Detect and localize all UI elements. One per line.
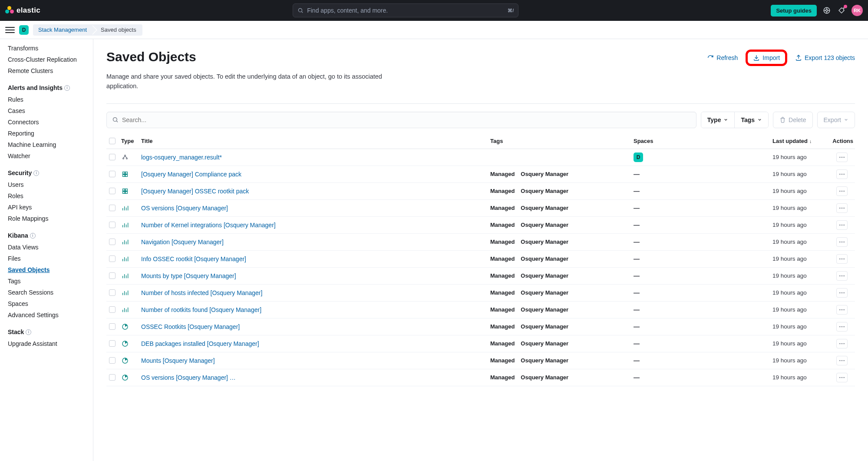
object-title-link[interactable]: OSSEC Rootkits [Osquery Manager] [141, 323, 490, 330]
select-all-checkbox[interactable] [109, 138, 116, 144]
row-actions-button[interactable] [836, 271, 848, 281]
sidebar-item[interactable]: Watcher [0, 150, 93, 162]
row-actions-button[interactable] [836, 356, 848, 365]
row-actions-button[interactable] [836, 153, 848, 162]
tag-managed: Managed [490, 272, 515, 279]
import-button[interactable]: Import [746, 50, 787, 66]
sidebar-item[interactable]: Data Views [0, 242, 93, 253]
type-icon [121, 289, 129, 297]
object-title-link[interactable]: [Osquery Manager] Compliance pack [141, 171, 490, 178]
space-badge[interactable]: D [634, 153, 643, 162]
object-title-link[interactable]: [Osquery Manager] OSSEC rootkit pack [141, 188, 490, 195]
row-checkbox[interactable] [109, 272, 116, 279]
brand-logo[interactable]: elastic [5, 6, 40, 15]
row-actions-button[interactable] [836, 339, 848, 348]
sidebar-item[interactable]: Search Sessions [0, 287, 93, 298]
row-checkbox[interactable] [109, 171, 116, 177]
info-icon: i [33, 170, 39, 176]
row-checkbox[interactable] [109, 188, 116, 194]
row-actions-button[interactable] [836, 237, 848, 247]
object-title-link[interactable]: Number of rootkits found [Osquery Manage… [141, 306, 490, 313]
user-avatar[interactable]: RK [851, 5, 863, 16]
sidebar-item[interactable]: Users [0, 179, 93, 190]
row-actions-button[interactable] [836, 220, 848, 230]
sidebar-item[interactable]: Cross-Cluster Replication [0, 54, 93, 65]
last-updated: 19 hours ago [772, 205, 829, 211]
filter-tags[interactable]: Tags [734, 112, 768, 128]
objects-search[interactable] [106, 112, 696, 128]
delete-button[interactable]: Delete [773, 112, 812, 128]
object-title-link[interactable]: DEB packages installed [Osquery Manager] [141, 340, 490, 347]
row-actions-button[interactable] [836, 203, 848, 213]
object-title-link[interactable]: Number of hosts infected [Osquery Manage… [141, 289, 490, 296]
row-checkbox[interactable] [109, 323, 116, 330]
row-checkbox[interactable] [109, 255, 116, 262]
setup-guides-button[interactable]: Setup guides [771, 5, 817, 17]
export-all-label: Export 123 objects [805, 54, 855, 61]
sidebar-item[interactable]: Saved Objects [0, 264, 93, 275]
space-dash: — [634, 205, 640, 212]
type-icon [121, 357, 129, 365]
newsfeed-icon[interactable] [837, 6, 846, 15]
row-actions-button[interactable] [836, 373, 848, 382]
nav-toggle-icon[interactable] [5, 25, 15, 35]
filter-type[interactable]: Type [701, 112, 735, 128]
svg-point-96 [844, 377, 845, 378]
row-actions-button[interactable] [836, 254, 848, 264]
object-title-link[interactable]: OS versions [Osquery Manager] [141, 205, 490, 212]
breadcrumb-stack-management[interactable]: Stack Management [33, 24, 93, 36]
row-actions-button[interactable] [836, 288, 848, 298]
objects-search-input[interactable] [122, 116, 691, 123]
sidebar-item[interactable]: Reporting [0, 128, 93, 139]
sidebar-item[interactable]: Transforms [0, 43, 93, 54]
row-checkbox[interactable] [109, 205, 116, 211]
logo-icon [5, 6, 14, 15]
row-checkbox[interactable] [109, 289, 116, 296]
object-title-link[interactable]: Info OSSEC rootkit [Osquery Manager] [141, 255, 490, 262]
sidebar-item[interactable]: Advanced Settings [0, 309, 93, 321]
sidebar-item[interactable]: Files [0, 253, 93, 264]
sidebar-item[interactable]: Roles [0, 190, 93, 202]
row-checkbox[interactable] [109, 357, 116, 364]
row-checkbox[interactable] [109, 374, 116, 381]
table-row: Number of hosts infected [Osquery Manage… [106, 285, 855, 302]
sidebar-item[interactable]: Role Mappings [0, 213, 93, 224]
sidebar-item[interactable]: API keys [0, 202, 93, 213]
notification-dot [844, 5, 847, 8]
sidebar-item[interactable]: Tags [0, 275, 93, 287]
row-actions-button[interactable] [836, 322, 848, 332]
search-icon [112, 116, 119, 123]
object-title-link[interactable]: Mounts [Osquery Manager] [141, 357, 490, 364]
sidebar-item[interactable]: Remote Clusters [0, 65, 93, 76]
last-updated: 19 hours ago [772, 289, 829, 296]
sort-desc-icon: ↓ [809, 139, 812, 144]
global-search[interactable]: Find apps, content, and more. ⌘/ [293, 3, 518, 17]
space-selector[interactable]: D [19, 25, 29, 35]
object-title-link[interactable]: Number of Kernel integrations [Osquery M… [141, 222, 490, 229]
sidebar-item[interactable]: Upgrade Assistant [0, 338, 93, 349]
object-title-link[interactable]: Mounts by type [Osquery Manager] [141, 272, 490, 279]
row-checkbox[interactable] [109, 222, 116, 228]
col-last-updated[interactable]: Last updated↓ [772, 138, 829, 144]
sidebar-item[interactable]: Machine Learning [0, 139, 93, 150]
row-actions-button[interactable] [836, 186, 848, 196]
spaces-cell: — [634, 289, 772, 296]
help-icon[interactable] [822, 6, 832, 15]
object-title-link[interactable]: logs-osquery_manager.result* [141, 154, 490, 161]
sidebar-item[interactable]: Cases [0, 105, 93, 116]
export-all-button[interactable]: Export 123 objects [795, 54, 855, 61]
sidebar-item[interactable]: Connectors [0, 116, 93, 128]
refresh-button[interactable]: Refresh [707, 54, 738, 61]
row-actions-button[interactable] [836, 169, 848, 179]
row-actions-button[interactable] [836, 305, 848, 315]
row-checkbox[interactable] [109, 154, 116, 160]
row-checkbox[interactable] [109, 306, 116, 313]
export-button[interactable]: Export [817, 112, 855, 128]
object-title-link[interactable]: OS versions [Osquery Manager] … [141, 374, 490, 381]
sidebar-item[interactable]: Spaces [0, 298, 93, 309]
svg-point-84 [844, 326, 845, 327]
object-title-link[interactable]: Navigation [Osquery Manager] [141, 239, 490, 245]
row-checkbox[interactable] [109, 340, 116, 347]
sidebar-item[interactable]: Rules [0, 94, 93, 105]
row-checkbox[interactable] [109, 239, 116, 245]
